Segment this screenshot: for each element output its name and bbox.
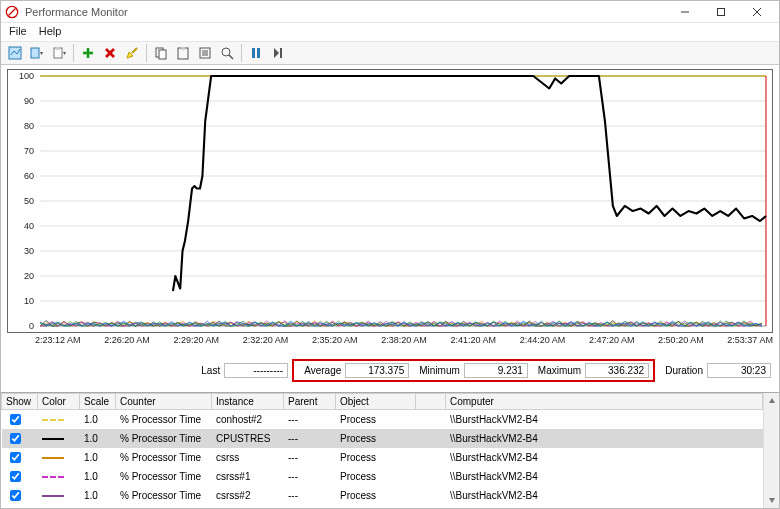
svg-rect-31 bbox=[280, 48, 282, 58]
cell-instance: csrss#1 bbox=[212, 467, 284, 486]
cell-instance: dllhost bbox=[212, 505, 284, 508]
vertical-scrollbar[interactable] bbox=[763, 393, 779, 508]
th-show[interactable]: Show bbox=[2, 394, 38, 410]
cell-parent: --- bbox=[284, 467, 336, 486]
chart-area: 0102030405060708090100 2:23:12 AM2:26:20… bbox=[1, 65, 779, 355]
svg-rect-29 bbox=[257, 48, 260, 58]
paste-counters-button[interactable] bbox=[173, 43, 193, 63]
x-tick-label: 2:47:20 AM bbox=[589, 335, 635, 345]
delete-counter-button[interactable] bbox=[100, 43, 120, 63]
chart-plot[interactable]: 0102030405060708090100 bbox=[7, 69, 773, 333]
show-checkbox[interactable] bbox=[10, 452, 21, 463]
th-computer[interactable]: Computer bbox=[446, 394, 763, 410]
close-button[interactable] bbox=[739, 2, 775, 22]
svg-line-1 bbox=[9, 8, 16, 15]
th-counter[interactable]: Counter bbox=[116, 394, 212, 410]
cell-computer: \\BurstHackVM2-B4 bbox=[446, 505, 763, 508]
maximize-button[interactable] bbox=[703, 2, 739, 22]
cell-computer: \\BurstHackVM2-B4 bbox=[446, 429, 763, 448]
scroll-up-icon[interactable] bbox=[764, 393, 779, 409]
color-chip bbox=[42, 419, 64, 421]
th-instance[interactable]: Instance bbox=[212, 394, 284, 410]
cell-object: Process bbox=[336, 505, 416, 508]
stat-min-label: Minimum bbox=[419, 365, 460, 376]
svg-rect-28 bbox=[252, 48, 255, 58]
cell-scale: 1.0 bbox=[80, 410, 116, 430]
svg-marker-11 bbox=[63, 52, 66, 55]
minimize-button[interactable] bbox=[667, 2, 703, 22]
svg-text:10: 10 bbox=[24, 296, 34, 306]
stats-highlight-box: Average 173.375 Minimum 9.231 Maximum 33… bbox=[292, 359, 655, 382]
show-checkbox[interactable] bbox=[10, 471, 21, 482]
menu-help[interactable]: Help bbox=[39, 25, 62, 39]
freeze-display-button[interactable] bbox=[246, 43, 266, 63]
window-title: Performance Monitor bbox=[25, 6, 667, 18]
update-data-button[interactable] bbox=[268, 43, 288, 63]
cell-parent: --- bbox=[284, 505, 336, 508]
color-chip bbox=[42, 438, 64, 440]
cell-parent: --- bbox=[284, 429, 336, 448]
stat-max-value: 336.232 bbox=[585, 363, 649, 378]
menu-file[interactable]: File bbox=[9, 25, 27, 39]
table-row[interactable]: 1.0% Processor TimeCPUSTRES---Process\\B… bbox=[2, 429, 763, 448]
view-current-button[interactable] bbox=[5, 43, 25, 63]
table-row[interactable]: 1.0% Processor Timedllhost---Process\\Bu… bbox=[2, 505, 763, 508]
color-chip bbox=[42, 457, 64, 459]
zoom-button[interactable] bbox=[217, 43, 237, 63]
x-tick-label: 2:29:20 AM bbox=[173, 335, 219, 345]
th-object[interactable]: Object bbox=[336, 394, 416, 410]
svg-text:100: 100 bbox=[19, 71, 34, 81]
x-tick-label: 2:41:20 AM bbox=[450, 335, 496, 345]
menubar: File Help bbox=[1, 23, 779, 41]
clipboard-dropdown[interactable] bbox=[49, 43, 69, 63]
toolbar bbox=[1, 41, 779, 65]
copy-properties-button[interactable] bbox=[151, 43, 171, 63]
cell-object: Process bbox=[336, 448, 416, 467]
cell-parent: --- bbox=[284, 448, 336, 467]
table-row[interactable]: 1.0% Processor Timecsrss#2---Process\\Bu… bbox=[2, 486, 763, 505]
show-checkbox[interactable] bbox=[10, 490, 21, 501]
cell-computer: \\BurstHackVM2-B4 bbox=[446, 448, 763, 467]
x-tick-label: 2:50:20 AM bbox=[658, 335, 704, 345]
table-row[interactable]: 1.0% Processor Timecsrss---Process\\Burs… bbox=[2, 448, 763, 467]
svg-rect-19 bbox=[159, 50, 166, 59]
add-counter-button[interactable] bbox=[78, 43, 98, 63]
svg-text:60: 60 bbox=[24, 171, 34, 181]
cell-counter: % Processor Time bbox=[116, 486, 212, 505]
cell-object: Process bbox=[336, 429, 416, 448]
cell-object: Process bbox=[336, 410, 416, 430]
svg-text:40: 40 bbox=[24, 221, 34, 231]
properties-button[interactable] bbox=[195, 43, 215, 63]
show-checkbox[interactable] bbox=[10, 414, 21, 425]
cell-computer: \\BurstHackVM2-B4 bbox=[446, 410, 763, 430]
cell-object: Process bbox=[336, 467, 416, 486]
table-row[interactable]: 1.0% Processor Timeconhost#2---Process\\… bbox=[2, 410, 763, 430]
scroll-down-icon[interactable] bbox=[764, 492, 779, 508]
counter-table[interactable]: Show Color Scale Counter Instance Parent… bbox=[1, 393, 763, 508]
th-blank[interactable] bbox=[416, 394, 446, 410]
show-checkbox[interactable] bbox=[10, 433, 21, 444]
x-tick-label: 2:26:20 AM bbox=[104, 335, 150, 345]
view-type-dropdown[interactable] bbox=[27, 43, 47, 63]
svg-marker-30 bbox=[274, 48, 279, 58]
cell-counter: % Processor Time bbox=[116, 505, 212, 508]
cell-parent: --- bbox=[284, 410, 336, 430]
toolbar-separator bbox=[241, 44, 242, 62]
x-tick-label: 2:38:20 AM bbox=[381, 335, 427, 345]
svg-text:20: 20 bbox=[24, 271, 34, 281]
th-scale[interactable]: Scale bbox=[80, 394, 116, 410]
cell-parent: --- bbox=[284, 486, 336, 505]
color-chip bbox=[42, 495, 64, 497]
stat-dur-value: 30:23 bbox=[707, 363, 771, 378]
table-row[interactable]: 1.0% Processor Timecsrss#1---Process\\Bu… bbox=[2, 467, 763, 486]
th-parent[interactable]: Parent bbox=[284, 394, 336, 410]
svg-text:0: 0 bbox=[29, 321, 34, 331]
color-chip bbox=[42, 476, 64, 478]
cell-counter: % Processor Time bbox=[116, 410, 212, 430]
cell-scale: 1.0 bbox=[80, 467, 116, 486]
toolbar-separator bbox=[146, 44, 147, 62]
chart-x-axis-labels: 2:23:12 AM2:26:20 AM2:29:20 AM2:32:20 AM… bbox=[7, 335, 773, 345]
highlight-button[interactable] bbox=[122, 43, 142, 63]
x-tick-label: 2:32:20 AM bbox=[243, 335, 289, 345]
th-color[interactable]: Color bbox=[38, 394, 80, 410]
